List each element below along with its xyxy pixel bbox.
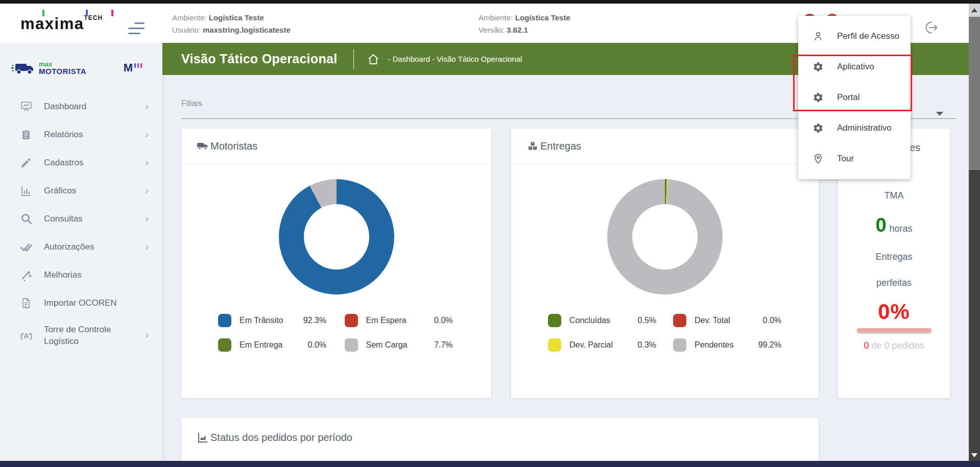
legend-swatch <box>345 314 358 327</box>
sidebar-item-importar-ocoren[interactable]: Importar OCOREN <box>0 289 162 317</box>
menu-item-tour[interactable]: Tour <box>798 143 911 174</box>
gear-icon <box>812 92 824 103</box>
legend-item: Dev. Parcial 0.3% <box>548 338 673 352</box>
sidebar-item-graficos[interactable]: Gráficos › <box>0 177 162 205</box>
sidebar-item-consultas[interactable]: Consultas › <box>0 205 162 233</box>
sidebar-item-relatorios[interactable]: Relatórios › <box>0 120 162 149</box>
window-top-strip <box>0 0 980 4</box>
motoristas-donut-chart[interactable] <box>279 179 394 294</box>
brand-name: maxima <box>20 15 84 33</box>
boxes-icon <box>527 140 539 152</box>
filiais-select-label: Filiais <box>181 99 202 108</box>
entregas-card-title: Entregas <box>540 140 581 152</box>
title-divider <box>353 49 354 69</box>
gear-icon <box>812 61 824 72</box>
orders-count: 0 de 0 pedidos <box>838 340 950 351</box>
hamburger-menu-icon[interactable] <box>128 22 145 38</box>
area-chart-icon <box>197 431 209 444</box>
filiais-dropdown-arrow-icon[interactable] <box>936 112 943 116</box>
chevron-right-icon: › <box>145 213 149 225</box>
legend-swatch <box>673 314 686 327</box>
logo-motorista-text: MOTORISTA <box>39 67 86 76</box>
legend-item: Pendentes 99.2% <box>673 338 798 352</box>
vertical-scrollbar[interactable] <box>969 4 980 467</box>
scrollbar-down-button[interactable] <box>969 450 980 461</box>
menu-item-portal[interactable]: Portal <box>798 82 911 113</box>
sidebar-item-autorizacoes[interactable]: Autorizações › <box>0 233 162 261</box>
chevron-right-icon: › <box>145 101 149 112</box>
legend-item: Em Entrega 0.0% <box>218 338 345 352</box>
sidebar-item-torre-de-controle[interactable]: ('A') Torre de Controle Logístico › <box>0 317 162 354</box>
entregas-perfeitas-line2: perfeitas <box>838 278 950 288</box>
entregas-legend: Concluídas 0.5% Dev. Total 0.0% Dev. Par… <box>548 314 798 352</box>
home-icon[interactable] <box>367 53 379 65</box>
legend-item: Em Trânsito 92.3% <box>218 314 345 327</box>
bar-chart-icon <box>19 184 33 198</box>
legend-item: Dev. Total 0.0% <box>673 314 798 327</box>
sidebar: max MOTORISTA M Dashboard › Relatórios › <box>0 43 162 467</box>
legend-swatch <box>218 338 231 352</box>
truck-icon <box>197 140 209 152</box>
sidebar-item-cadastros[interactable]: Cadastros › <box>0 149 162 177</box>
document-icon <box>19 297 33 310</box>
motoristas-card-header: Motoristas <box>181 129 491 164</box>
search-icon <box>19 212 33 226</box>
legend-swatch <box>345 338 358 352</box>
page-title: Visão Tático Operacional <box>181 52 337 66</box>
perfect-deliveries-progress-bar <box>857 328 931 332</box>
legend-item: Concluídas 0.5% <box>548 314 673 327</box>
motoristas-card: Motoristas Em Trânsito 92.3% Em Espera 0… <box>181 129 491 398</box>
motoristas-card-title: Motoristas <box>210 140 257 152</box>
chevron-right-icon: › <box>145 241 149 253</box>
logo-tick-blue <box>86 10 88 16</box>
arrow-down-icon <box>971 453 977 457</box>
entregas-donut-chart[interactable] <box>607 179 723 294</box>
scrollbar-up-button[interactable] <box>969 4 980 17</box>
entregas-perfeitas-line1: Entregas <box>838 252 950 262</box>
sidebar-item-melhorias[interactable]: Melhorias <box>0 261 162 289</box>
report-icon <box>19 128 33 141</box>
breadcrumb: - Dashboard - Visão Tático Operacional <box>388 55 522 63</box>
status-pedidos-card: Status dos pedidos por período <box>181 417 819 467</box>
bottom-window-bar <box>0 461 980 467</box>
pin-icon <box>812 153 824 164</box>
status-pedidos-card-header: Status dos pedidos por período <box>181 417 819 457</box>
motoristas-legend: Em Trânsito 92.3% Em Espera 0.0% Em Entr… <box>218 314 471 352</box>
sidebar-item-dashboard[interactable]: Dashboard › <box>0 92 162 120</box>
chevron-right-icon: › <box>145 185 149 196</box>
entregas-card: Entregas Concluídas 0.5% Dev. Total 0.0%… <box>511 129 819 398</box>
chevron-right-icon: › <box>145 157 149 168</box>
tma-value: 0 <box>875 214 886 236</box>
arrow-up-icon <box>971 8 977 12</box>
tma-value-row: 0horas <box>838 214 950 236</box>
environment-version-info: Ambiente: Logística Teste Versão: 3.62.1 <box>479 12 570 36</box>
logo-tick-green <box>42 10 44 16</box>
chevron-right-icon: › <box>145 330 149 341</box>
max-motorista-logo: max MOTORISTA <box>11 60 86 76</box>
menu-item-administrativo[interactable]: Administrativo <box>798 113 911 143</box>
legend-swatch <box>673 338 686 352</box>
chevron-right-icon: › <box>145 129 149 140</box>
gear-icon <box>812 122 824 134</box>
double-check-icon <box>19 240 33 254</box>
logo-tick-pink <box>111 10 113 16</box>
legend-swatch <box>548 314 561 327</box>
entregas-card-header: Entregas <box>511 129 819 164</box>
legend-item: Sem Carga 7.7% <box>345 338 471 352</box>
perfect-deliveries-percent: 0% <box>838 300 950 324</box>
tma-label: TMA <box>838 190 950 201</box>
tma-unit: horas <box>890 224 913 234</box>
environment-user-info: Ambiente: Logística Teste Usuário: maxst… <box>172 12 291 36</box>
logout-icon[interactable] <box>924 20 939 35</box>
maxima-tech-logo: maximaTECH <box>20 12 123 36</box>
antenna-icon: ('A') <box>19 329 33 342</box>
dashboard-icon <box>19 100 33 113</box>
menu-item-perfil-de-acesso[interactable]: Perfil de Acesso <box>798 21 911 52</box>
legend-swatch <box>218 314 231 327</box>
status-pedidos-card-title: Status dos pedidos por período <box>210 432 352 444</box>
user-dropdown-menu: Perfil de Acesso Aplicativo Portal Admin… <box>798 16 911 179</box>
wand-icon <box>19 268 33 282</box>
maxima-mini-logo: M <box>124 63 142 73</box>
menu-item-aplicativo[interactable]: Aplicativo <box>798 52 911 82</box>
scrollbar-thumb[interactable] <box>969 17 980 170</box>
